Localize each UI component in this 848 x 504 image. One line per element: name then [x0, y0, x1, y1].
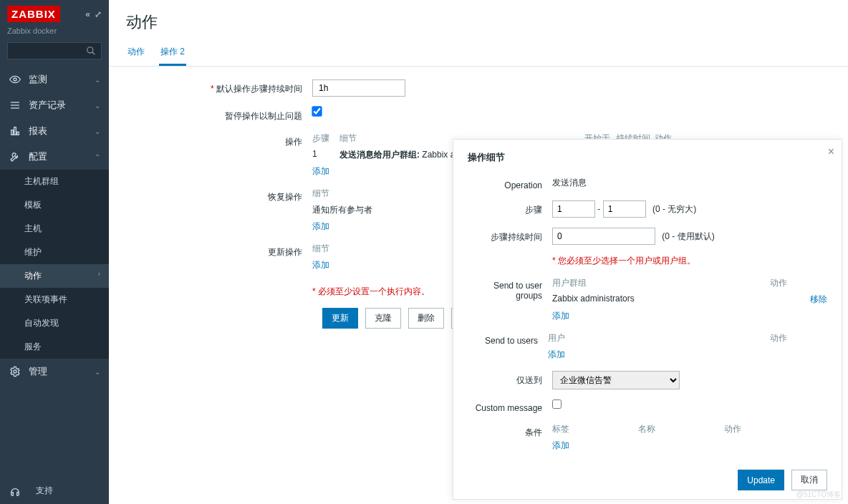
default-step-label: 默认操作步骤持续时间: [126, 79, 312, 95]
custom-msg-label: Custom message: [468, 399, 552, 413]
warn-text: 必须至少设置一个执行内容。: [312, 286, 430, 298]
m-row-duration: 步骤持续时间 (0 - 使用默认): [468, 228, 827, 245]
nav-reports[interactable]: 报表 ⌄: [0, 118, 109, 144]
col-action: 动作: [770, 277, 827, 289]
col-action2: 动作: [770, 332, 827, 344]
col-user: 用户: [548, 332, 734, 344]
update-button[interactable]: 更新: [322, 308, 358, 329]
cond-col-tag: 标签: [552, 423, 638, 435]
add-recovery-link[interactable]: 添加: [312, 220, 372, 233]
add-condition-link[interactable]: 添加: [552, 440, 827, 452]
expand-icon[interactable]: ⤢: [95, 9, 102, 19]
svg-rect-7: [14, 127, 16, 135]
chart-icon: [9, 125, 21, 137]
row-pause: 暂停操作以制止问题: [126, 107, 831, 122]
m-row-conditions: 条件 标签 名称 动作 添加: [468, 423, 827, 452]
add-update-link[interactable]: 添加: [312, 259, 430, 271]
svg-point-2: [14, 78, 16, 81]
ops-label: 操作: [126, 132, 312, 148]
sidebar-item-hosts[interactable]: 主机: [0, 217, 109, 241]
sendto-label: 仅送到: [468, 371, 552, 387]
recovery-text: 通知所有参与者: [312, 204, 372, 216]
tab-action[interactable]: 动作: [126, 40, 146, 66]
nav-label: 资产记录: [29, 99, 66, 112]
sidebar-bottom[interactable]: 支持: [0, 478, 109, 504]
cond-label: 条件: [468, 423, 552, 439]
send-users-label: Send to users: [468, 332, 548, 346]
logo-row: ZABBIX « ⤢: [0, 0, 109, 25]
col-step: 步骤: [312, 132, 338, 145]
update-ops-label: 更新操作: [126, 243, 312, 258]
chevron-down-icon: ⌄: [95, 102, 100, 110]
group-row-value: Zabbix administrators: [552, 294, 738, 306]
chevron-right-icon: ›: [98, 270, 100, 278]
nav-admin[interactable]: 管理 ⌄: [0, 359, 109, 384]
svg-line-1: [92, 52, 95, 55]
m-row-custom-msg: Custom message: [468, 399, 827, 413]
page-title: 动作: [109, 0, 848, 40]
pause-checkbox[interactable]: [312, 106, 322, 116]
nav-config[interactable]: 配置 ⌃: [0, 144, 109, 170]
chevron-down-icon: ⌄: [95, 368, 100, 376]
nav-label: 管理: [29, 365, 47, 378]
add-user-link[interactable]: 添加: [548, 349, 827, 361]
send-groups-label: Send to user groups: [468, 277, 552, 301]
cond-col-act: 动作: [724, 423, 781, 435]
sidebar-item-correlation[interactable]: 关联项事件: [0, 288, 109, 311]
nav-label: 报表: [29, 125, 47, 137]
logo: ZABBIX: [7, 6, 60, 22]
duration-hint: (0 - 使用默认): [662, 231, 714, 241]
nav-inventory[interactable]: 资产记录 ⌄: [0, 92, 109, 118]
modal-update-button[interactable]: Update: [738, 470, 784, 490]
sidebar: ZABBIX « ⤢ Zabbix docker 监测 ⌄ 资产记录 ⌄ 报表 …: [0, 0, 109, 504]
support-label: 支持: [36, 485, 53, 497]
search-row: [0, 42, 109, 67]
add-group-link[interactable]: 添加: [552, 310, 827, 322]
operation-detail-modal: × 操作细节 Operation 发送消息 步骤 - (0 - 无穷大) 步骤持…: [453, 139, 842, 500]
sidebar-item-discovery[interactable]: 自动发现: [0, 311, 109, 335]
pause-label: 暂停操作以制止问题: [126, 107, 312, 122]
steps-label: 步骤: [468, 200, 552, 216]
nav-monitor[interactable]: 监测 ⌄: [0, 67, 109, 92]
sidebar-item-templates[interactable]: 模板: [0, 193, 109, 217]
m-row-send-users: Send to users 用户 动作 添加: [468, 332, 827, 361]
clone-button[interactable]: 克隆: [365, 308, 401, 329]
m-row-required: * 您必须至少选择一个用户或用户组。: [468, 255, 827, 267]
recovery-head: 细节: [312, 188, 372, 200]
required-hint: 您必须至少选择一个用户或用户组。: [558, 256, 695, 266]
m-row-send-groups: Send to user groups 用户群组 动作 Zabbix admin…: [468, 277, 827, 322]
m-row-operation: Operation 发送消息: [468, 177, 827, 190]
modal-footer: Update 取消: [738, 470, 827, 490]
delete-button[interactable]: 删除: [408, 308, 444, 329]
tabs: 动作 操作 2: [109, 40, 848, 67]
remove-group-link[interactable]: 移除: [810, 294, 827, 306]
modal-cancel-button[interactable]: 取消: [791, 470, 827, 490]
search-icon[interactable]: [86, 46, 96, 56]
sidebar-item-maintenance[interactable]: 维护: [0, 241, 109, 264]
sidebar-item-actions[interactable]: 动作›: [0, 264, 109, 288]
eye-icon: [9, 74, 21, 85]
operation-label: Operation: [468, 177, 552, 190]
sidebar-item-hostgroups[interactable]: 主机群组: [0, 170, 109, 193]
operation-value: 发送消息: [552, 177, 827, 189]
close-icon[interactable]: ×: [828, 145, 834, 158]
config-subnav: 主机群组 模板 主机 维护 动作› 关联项事件 自动发现 服务: [0, 170, 109, 359]
watermark: @51CTO博客: [796, 490, 841, 500]
default-step-input[interactable]: [312, 79, 405, 97]
modal-title: 操作细节: [468, 151, 827, 164]
gear-icon: [9, 366, 21, 377]
custom-msg-checkbox[interactable]: [552, 399, 562, 409]
op-step: 1: [312, 149, 338, 161]
sidebar-item-services[interactable]: 服务: [0, 335, 109, 359]
nav-label: 监测: [29, 73, 47, 86]
collapse-icon[interactable]: «: [85, 9, 90, 19]
step-to-input[interactable]: [603, 200, 646, 218]
duration-input[interactable]: [552, 228, 655, 245]
sendto-select[interactable]: 企业微信告警: [552, 371, 680, 389]
tab-ops[interactable]: 操作 2: [159, 40, 186, 66]
step-hint: (0 - 无穷大): [652, 204, 696, 214]
update-head: 细节: [312, 243, 430, 255]
step-from-input[interactable]: [552, 200, 595, 218]
m-row-steps: 步骤 - (0 - 无穷大): [468, 200, 827, 218]
row-default-step: 默认操作步骤持续时间: [126, 79, 831, 97]
